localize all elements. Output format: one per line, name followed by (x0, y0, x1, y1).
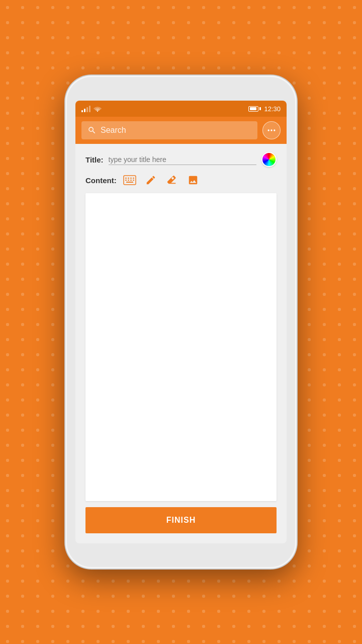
content-tools (123, 173, 200, 187)
status-bar: 12:30 (75, 101, 287, 117)
content-editor[interactable] (85, 193, 277, 501)
phone-shell: 12:30 Search Title: (65, 75, 297, 569)
status-left (81, 105, 102, 112)
status-right: 12:30 (248, 105, 281, 113)
title-label: Title: (85, 155, 104, 164)
keyboard-tool-button[interactable] (123, 173, 137, 187)
search-icon (87, 126, 97, 135)
phone-screen: 12:30 Search Title: (75, 101, 287, 543)
finish-button[interactable]: FINISH (85, 507, 277, 533)
svg-point-0 (268, 129, 269, 131)
battery-icon (248, 106, 261, 112)
more-dots-icon (266, 125, 277, 135)
title-input[interactable] (109, 154, 256, 165)
svg-rect-10 (130, 180, 132, 181)
color-picker-button[interactable] (261, 152, 277, 167)
svg-rect-12 (126, 182, 133, 183)
search-placeholder-text: Search (101, 126, 251, 135)
search-bar[interactable]: Search (81, 121, 257, 139)
svg-rect-5 (128, 178, 129, 179)
svg-rect-9 (128, 180, 129, 181)
svg-rect-4 (125, 178, 127, 179)
svg-rect-11 (133, 180, 134, 181)
eraser-tool-button[interactable] (165, 173, 179, 187)
content-area: Title: Content: (75, 144, 287, 543)
more-options-button[interactable] (262, 121, 281, 139)
pen-tool-button[interactable] (144, 173, 158, 187)
svg-point-1 (270, 129, 272, 131)
image-tool-button[interactable] (186, 173, 200, 187)
svg-point-2 (274, 129, 275, 131)
status-time: 12:30 (264, 105, 281, 113)
title-row: Title: (85, 152, 277, 167)
content-label: Content: (85, 176, 117, 185)
svg-rect-7 (133, 178, 134, 179)
signal-icon (81, 105, 90, 112)
app-bar: Search (75, 117, 287, 144)
wifi-icon (94, 105, 102, 112)
svg-rect-8 (125, 180, 127, 181)
svg-rect-6 (130, 178, 132, 179)
content-row: Content: (85, 173, 277, 187)
